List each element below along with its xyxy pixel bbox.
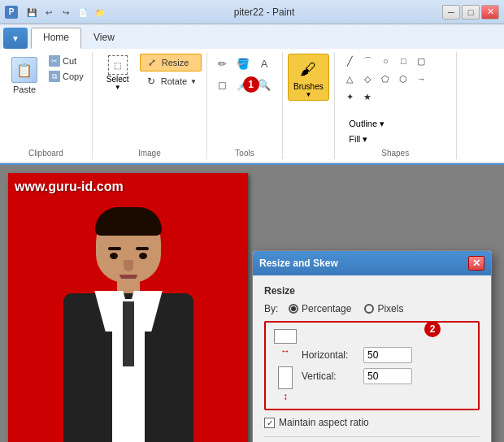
title-bar: P 💾 ↩ ↪ 📄 📁 piter22 - Paint ─ □ ✕ [0,0,504,24]
pencil-tool[interactable]: ✏ [212,54,232,73]
paste-icon: 📋 [11,57,37,83]
ribbon-tabs: ▼ Home View [0,24,504,49]
resize-inputs-area: 2 ↔ ↕ [264,321,480,410]
select-button[interactable]: ⬚ Select ▼ [98,54,138,93]
open-button[interactable]: 📁 [93,5,107,20]
vertical-input[interactable] [363,368,412,384]
pixels-option[interactable]: Pixels [364,303,403,314]
cut-icon: ✂ [49,55,60,67]
shape-star4[interactable]: ✦ [342,89,357,104]
paint-menu-button[interactable]: ▼ [3,28,28,49]
new-button[interactable]: 📄 [76,5,90,20]
step2-badge: 2 [424,321,441,337]
inputs-column: Horizontal: Vertical: [302,347,470,384]
outline-button[interactable]: Outline ▾ [345,117,388,131]
brushes-button[interactable]: 🖌 Brushes ▼ [288,54,329,101]
undo-button[interactable]: ↩ [41,5,56,20]
paste-button[interactable]: 📋 Paste [5,54,44,98]
rotate-icon: ↻ [145,75,158,88]
shape-rect[interactable]: □ [396,54,411,68]
resize-label: Resize [162,58,189,67]
v-arrows-icon: ↕ [283,391,288,402]
percentage-option[interactable]: Percentage [289,303,351,314]
shapes-group: ╱ ⌒ ○ □ ▢ △ ◇ ⬠ ⬡ → ✦ ★ Outline ▾ Fill ▾ [335,52,457,159]
tab-view[interactable]: View [81,28,127,49]
fill-tool[interactable]: 🪣 [233,54,253,73]
cut-button[interactable]: ✂ Cut [46,54,87,68]
clipboard-group: 📋 Paste ✂ Cut ⧉ Copy Cli [0,52,93,159]
select-label: Select [106,75,129,84]
shape-line[interactable]: ╱ [342,54,357,68]
vertical-label: Vertical: [302,370,358,382]
maintain-aspect-row: ✓ Maintain aspect ratio [264,417,480,428]
horizontal-label: Horizontal: [302,349,358,361]
resize-skew-dialog: Resize and Skew ✕ Resize By: Percentage [252,250,492,442]
by-label: By: [264,303,289,314]
close-button[interactable]: ✕ [481,5,499,20]
resize-button[interactable]: ⤢ Resize [140,54,202,72]
tools-group: ✏ 🪣 A ◻ 💉 🔍 Tools [207,52,283,159]
image-content: ⬚ Select ▼ ⤢ Resize ↻ Rotate [98,54,202,158]
shape-diamond[interactable]: ◇ [360,72,375,86]
tab-home[interactable]: Home [31,28,81,49]
percentage-radio[interactable] [289,304,298,314]
shapes-content: ╱ ⌒ ○ □ ▢ △ ◇ ⬠ ⬡ → ✦ ★ Outline ▾ Fill ▾ [342,54,448,158]
copy-icon: ⧉ [49,71,60,82]
resize-icon: ⤢ [146,56,159,69]
radio-group: Percentage Pixels [289,303,403,314]
minimize-button[interactable]: ─ [442,5,460,20]
clipboard-label: Clipboard [0,149,92,158]
save-button[interactable]: 💾 [24,5,39,20]
resize-horizontal-icon-group: ↔ [274,329,297,357]
redo-button[interactable]: ↪ [59,5,73,20]
clipboard-small-buttons: ✂ Cut ⧉ Copy [46,54,87,84]
dialog-body: Resize By: Percentage Pixels [253,275,491,442]
divider [264,436,480,437]
icons-and-inputs: ↔ ↕ Horizontal: [274,329,470,402]
vertical-input-row: Vertical: [302,368,470,384]
image-group: ⬚ Select ▼ ⤢ Resize ↻ Rotate [93,52,207,159]
outline-fill-buttons: Outline ▾ Fill ▾ [342,117,388,146]
app-icon: P [5,6,18,19]
shape-star5[interactable]: ★ [360,89,375,104]
brush-icon: 🖌 [295,56,321,82]
ribbon-content: 📋 Paste ✂ Cut ⧉ Copy Cli [0,49,504,163]
image-label: Image [93,149,206,158]
main-area: www.guru-id.com [0,165,504,442]
step1-badge: 1 [243,76,259,93]
shapes-label: Shapes [335,149,456,158]
eraser-tool[interactable]: ◻ [212,75,232,94]
maintain-aspect-label: Maintain aspect ratio [279,417,369,428]
select-icon: ⬚ [108,55,128,75]
fill-button[interactable]: Fill ▾ [345,132,388,146]
shape-hex[interactable]: ⬡ [396,72,411,86]
dialog-close-button[interactable]: ✕ [468,256,484,271]
shape-triangle[interactable]: △ [342,72,357,86]
brushes-content: 🖌 Brushes ▼ [288,54,329,158]
quick-access-toolbar: 💾 ↩ ↪ 📄 📁 [24,5,107,20]
copy-button[interactable]: ⧉ Copy [46,69,87,84]
dialog-title-bar: Resize and Skew ✕ [253,251,491,275]
pixels-radio[interactable] [364,304,374,314]
rotate-label: Rotate [161,76,187,86]
tools-content: ✏ 🪣 A ◻ 💉 🔍 [212,54,277,158]
shape-pentagon[interactable]: ⬠ [378,72,393,86]
shape-roundrect[interactable]: ▢ [414,54,428,68]
rotate-button[interactable]: ↻ Rotate ▼ [140,73,202,89]
resize-h-box [274,329,297,344]
h-arrows-icon: ↔ [280,345,290,357]
text-tool[interactable]: A [254,54,274,73]
horizontal-input[interactable] [363,347,412,363]
shape-curve[interactable]: ⌒ [360,54,375,68]
maintain-aspect-checkbox[interactable]: ✓ [264,418,275,428]
resize-v-box [278,366,293,389]
maximize-button[interactable]: □ [462,5,480,20]
shape-arrow[interactable]: → [414,72,428,86]
resize-section-title: Resize [264,285,480,297]
shape-oval[interactable]: ○ [378,54,393,68]
icons-column: ↔ ↕ [274,329,297,402]
cut-label: Cut [63,56,76,66]
resize-vertical-icon-group: ↕ [278,366,293,402]
brushes-group: 🖌 Brushes ▼ [283,52,335,159]
percentage-label: Percentage [302,303,351,314]
